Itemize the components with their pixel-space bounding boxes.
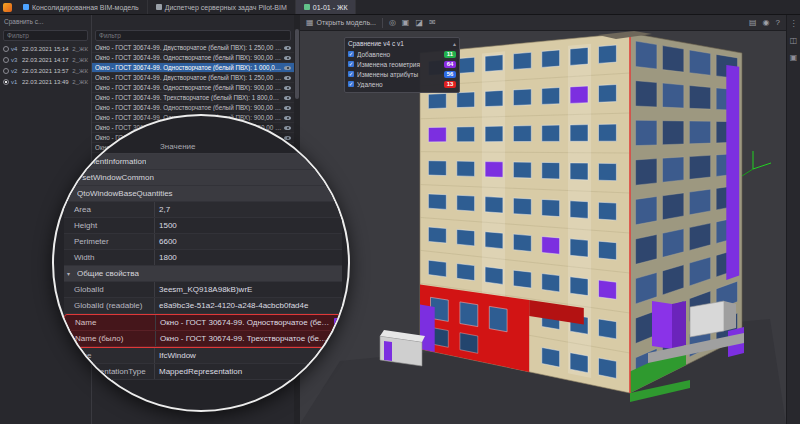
tab-1[interactable]: Диспетчер серверных задач Pilot-BIM <box>148 0 296 14</box>
window-glass[interactable] <box>485 232 503 249</box>
object-list-item[interactable]: Окно - ГОСТ 30674-99. Одностворчатое (бе… <box>92 63 294 73</box>
more-icon[interactable]: ⋮ <box>790 19 798 28</box>
modified-window[interactable] <box>485 162 503 178</box>
comparison-filter-row[interactable]: ✓Изменена геометрия64 <box>348 59 456 69</box>
window-glass[interactable] <box>457 161 475 176</box>
visibility-eye-icon[interactable] <box>284 96 291 100</box>
modified-strip[interactable] <box>726 65 739 280</box>
object-list-item[interactable]: Окно - ГОСТ 30674-99. Двустворчатое (бел… <box>92 43 294 53</box>
property-row[interactable]: Area2,7 <box>64 202 342 218</box>
window-glass[interactable] <box>485 197 503 213</box>
window-glass[interactable] <box>599 124 617 141</box>
window-glass[interactable] <box>428 227 446 243</box>
version-row[interactable]: v322.03.2021 14:172_ЖК <box>0 54 91 65</box>
property-row[interactable]: GlobalId (readable)e8a9bc3e-51a2-4120-a2… <box>64 298 342 314</box>
property-group-row[interactable]: ▾QtoWindowBaseQuantities <box>64 186 342 202</box>
open-model-button[interactable]: ▦ Открыть модель... <box>306 18 376 28</box>
property-row[interactable]: Height1500 <box>64 218 342 234</box>
property-row[interactable]: Name (было)Окно - ГОСТ 30674-99. Трехств… <box>65 331 341 347</box>
window-glass[interactable] <box>457 264 475 281</box>
property-row[interactable]: NameОкно - ГОСТ 30674-99. Одностворчатое… <box>65 315 341 331</box>
window-glass[interactable] <box>599 358 617 378</box>
version-radio[interactable] <box>3 79 9 85</box>
visibility-eye-icon[interactable] <box>284 66 291 70</box>
expander-icon[interactable]: ▾ <box>67 266 74 281</box>
window-glass[interactable] <box>457 229 475 246</box>
window-glass[interactable] <box>542 88 560 105</box>
window-glass[interactable] <box>570 201 588 219</box>
collapse-icon[interactable]: ▴ <box>453 40 456 47</box>
checkbox-icon[interactable]: ✓ <box>348 61 354 67</box>
property-row[interactable]: Width1800 <box>64 250 342 266</box>
version-radio[interactable] <box>3 68 9 74</box>
property-row[interactable]: TypeIfcWindow <box>64 348 342 364</box>
object-list-item[interactable]: Окно - ГОСТ 30674-99. Двустворчатое (бел… <box>92 73 294 83</box>
window-glass[interactable] <box>599 163 617 180</box>
help-icon[interactable]: ? <box>776 18 780 28</box>
panels-icon[interactable]: ◫ <box>790 36 798 45</box>
window-glass[interactable] <box>542 274 560 292</box>
window-glass[interactable] <box>542 125 560 141</box>
window-glass[interactable] <box>485 90 503 106</box>
comparison-filter-row[interactable]: ✓Удалено13 <box>348 79 456 89</box>
compare-with-header[interactable]: Сравнить с... <box>0 15 91 28</box>
window-glass[interactable] <box>599 45 617 63</box>
window-glass[interactable] <box>542 162 560 179</box>
window-glass[interactable] <box>599 319 617 339</box>
version-radio[interactable] <box>3 46 9 52</box>
visibility-eye-icon[interactable] <box>284 86 291 90</box>
window-glass[interactable] <box>570 277 588 296</box>
visibility-eye-icon[interactable] <box>284 116 291 120</box>
object-list-item[interactable]: Окно - ГОСТ 30674-99. Одностворчатое (бе… <box>92 83 294 93</box>
property-group-row[interactable]: ▸PsetWindowCommon <box>64 170 342 186</box>
tab-2[interactable]: 01-01 - ЖК <box>296 0 357 14</box>
objects-filter-input[interactable] <box>95 30 291 41</box>
version-row[interactable]: v122.03.2021 13:492_ЖК <box>0 76 91 87</box>
window-glass[interactable] <box>599 85 617 103</box>
window-glass[interactable] <box>570 163 588 180</box>
window-glass[interactable] <box>485 126 503 142</box>
modified-window[interactable] <box>599 280 617 299</box>
modified-window[interactable] <box>428 127 446 142</box>
window-glass[interactable] <box>428 260 446 277</box>
modified-window[interactable] <box>570 86 588 103</box>
window-glass[interactable] <box>513 270 531 288</box>
window-glass[interactable] <box>485 55 503 72</box>
window-glass[interactable] <box>457 127 475 142</box>
window-glass[interactable] <box>513 52 531 69</box>
window-glass[interactable] <box>485 267 503 285</box>
modified-window[interactable] <box>542 237 560 255</box>
checkbox-icon[interactable]: ✓ <box>348 71 354 77</box>
message-icon[interactable]: ✉ <box>429 18 436 28</box>
visibility-eye-icon[interactable] <box>284 56 291 60</box>
checkbox-icon[interactable]: ✓ <box>348 81 354 87</box>
window-glass[interactable] <box>428 161 446 176</box>
window-glass[interactable] <box>542 348 560 368</box>
window-glass[interactable] <box>599 202 617 220</box>
window-glass[interactable] <box>428 194 446 210</box>
comparison-filter-row[interactable]: ✓Добавлено11 <box>348 49 456 59</box>
window-glass[interactable] <box>570 353 588 373</box>
object-list-item[interactable]: Окно - ГОСТ 30674-99. Трехстворчатое (бе… <box>92 93 294 103</box>
checkbox-icon[interactable]: ✓ <box>348 51 354 57</box>
layers-icon[interactable]: ▤ <box>749 18 757 28</box>
camera-icon[interactable]: ▣ <box>790 53 798 62</box>
window-glass[interactable] <box>542 199 560 216</box>
window-glass[interactable] <box>513 234 531 251</box>
pin-icon[interactable]: ◎ <box>389 18 396 28</box>
cube-icon[interactable]: ▣ <box>402 18 410 28</box>
scrollbar-thumb[interactable] <box>295 29 299 99</box>
visibility-eye-icon[interactable] <box>284 126 291 130</box>
screenshot-icon[interactable]: ◉ <box>763 18 770 28</box>
version-radio[interactable] <box>3 57 9 63</box>
version-row[interactable]: v222.03.2021 13:572_ЖК <box>0 65 91 76</box>
3d-viewport[interactable]: ▦ Открыть модель... ◎▣◪✉ ▤◉? Сравнение v… <box>300 15 786 424</box>
window-glass[interactable] <box>428 93 446 108</box>
visibility-eye-icon[interactable] <box>284 106 291 110</box>
window-glass[interactable] <box>513 126 531 142</box>
window-glass[interactable] <box>570 239 588 257</box>
property-group-row[interactable]: ▸ElementInformation <box>64 154 342 170</box>
window-glass[interactable] <box>599 241 617 260</box>
window-glass[interactable] <box>513 89 531 106</box>
property-row[interactable]: GlobalId3eesm_KQ918A98kB)wrE <box>64 282 342 298</box>
